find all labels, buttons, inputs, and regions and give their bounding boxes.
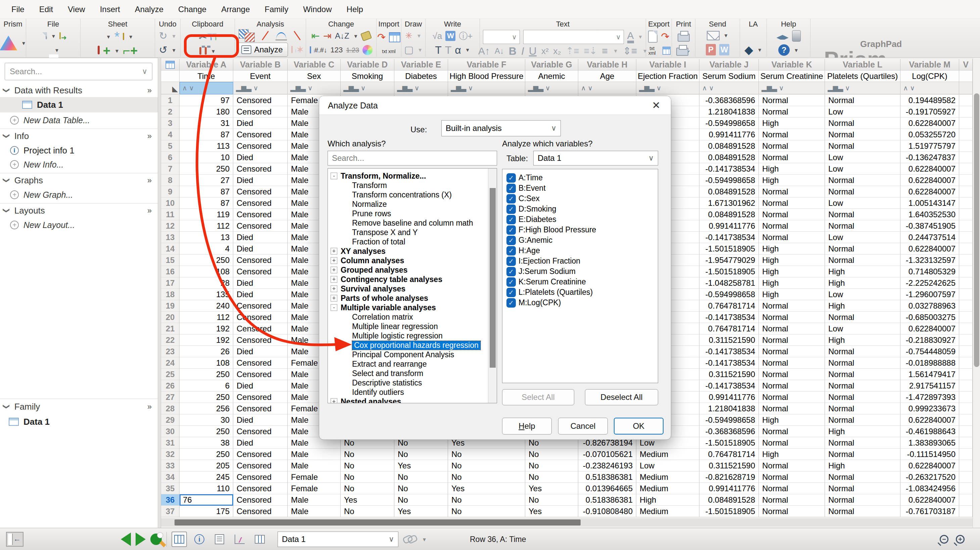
checkbox-checked-icon[interactable]: ✓	[506, 225, 516, 235]
variable-checkbox-row[interactable]: ✓D:Smoking	[506, 204, 556, 214]
number-format-icon[interactable]: 123	[331, 46, 343, 54]
column-name-event[interactable]: Event	[233, 70, 288, 82]
cell-hbp-row34[interactable]: No	[448, 472, 525, 483]
row-number-22[interactable]: 22	[161, 335, 180, 346]
cell-sodium-row29[interactable]: -0.594998658	[699, 414, 759, 426]
cell-creatinine-row1[interactable]: Normal	[759, 95, 825, 106]
cell-platelets-row21[interactable]: Low	[825, 323, 900, 335]
column-type-logcpk[interactable]: ∧ ∨	[900, 82, 959, 94]
column-name-hbp[interactable]: High Blood Pressure	[448, 70, 525, 82]
cell-creatinine-row14[interactable]: High	[759, 243, 825, 255]
cell-creatinine-row33[interactable]: Normal	[759, 460, 825, 472]
survival-analysis-icon[interactable]	[292, 31, 302, 40]
cell-creatinine-row21[interactable]: Normal	[759, 323, 825, 335]
variable-checkbox-row[interactable]: ✓J:Serum Sodium	[506, 266, 576, 277]
cell-event-row33[interactable]: Censored	[233, 460, 288, 472]
column-letter-time[interactable]: Variable A	[180, 59, 233, 70]
cell-creatinine-row34[interactable]: Normal	[759, 472, 825, 483]
equation-icon[interactable]: √a	[433, 32, 442, 40]
cell-platelets-row11[interactable]: Normal	[825, 209, 900, 220]
checkbox-checked-icon[interactable]: ✓	[506, 288, 516, 297]
cell-event-row32[interactable]: Censored	[233, 449, 288, 460]
analysis-item-label[interactable]: Contingency table analyses	[340, 275, 442, 284]
line-spacing-icon[interactable]: ⇕≡	[623, 46, 637, 56]
prev-sheet-button[interactable]	[121, 532, 131, 546]
expand-more-icon[interactable]: »	[147, 206, 152, 215]
cell-time-row30[interactable]: 250	[180, 426, 233, 437]
analysis-item[interactable]: Multiple linear regression	[328, 322, 497, 331]
text-box-icon[interactable]: T	[445, 45, 452, 56]
analysis-item-label[interactable]: Multiple logistic regression	[352, 332, 443, 341]
analysis-item[interactable]: Normalize	[328, 199, 497, 209]
checkbox-checked-icon[interactable]: ✓	[506, 257, 516, 266]
ttest-icon[interactable]	[239, 29, 255, 42]
cell-platelets-row37[interactable]: Normal	[825, 506, 900, 517]
cell-anemic-row34[interactable]: No	[525, 472, 578, 483]
cell-event-row12[interactable]: Censored	[233, 220, 288, 232]
cell-sodium-row21[interactable]: 0.764781714	[699, 323, 759, 335]
cell-time-row2[interactable]: 180	[180, 106, 233, 118]
print-button[interactable]	[678, 33, 690, 41]
cell-sex-row37[interactable]: Male	[288, 506, 340, 517]
cell-time-row20[interactable]: 112	[180, 312, 233, 323]
undo-button[interactable]: ↺	[159, 45, 167, 55]
cell-event-row35[interactable]: Censored	[233, 483, 288, 494]
tree-expand-icon[interactable]: +	[331, 266, 337, 273]
data-tables-tab[interactable]	[172, 531, 187, 547]
cell-sodium-row12[interactable]: 0.991411776	[699, 220, 759, 232]
cell-time-row22[interactable]: 192	[180, 335, 233, 346]
cell-platelets-row26[interactable]: Normal	[825, 380, 900, 392]
cell-time-row8[interactable]: 27	[180, 175, 233, 186]
column-letter-smoking[interactable]: Variable D	[340, 59, 395, 70]
subscript-icon[interactable]: x₂	[554, 47, 561, 56]
analysis-item-label[interactable]: Column analyses	[340, 256, 404, 265]
cell-platelets-row27[interactable]: Normal	[825, 392, 900, 403]
cell-platelets-row2[interactable]: Low	[825, 106, 900, 118]
cell-logcpk-row9[interactable]: 0.622840007	[900, 186, 959, 198]
cell-platelets-row28[interactable]: Normal	[825, 403, 900, 414]
color-wheel-icon[interactable]	[363, 45, 372, 55]
paste-special-button[interactable]	[215, 34, 216, 40]
cell-sex-row35[interactable]: Female	[288, 483, 340, 494]
column-type-smoking[interactable]: ▂▆▃ ∨	[340, 82, 395, 94]
cell-event-row24[interactable]: Censored	[233, 357, 288, 369]
cell-platelets-row25[interactable]: Normal	[825, 369, 900, 380]
cell-creatinine-row10[interactable]: Normal	[759, 198, 825, 209]
checkbox-checked-icon[interactable]: ✓	[506, 246, 516, 255]
sidebar-item-data-1[interactable]: Data 1	[0, 97, 158, 113]
zoom-out-button[interactable]: −	[940, 535, 948, 544]
cell-creatinine-row22[interactable]: Normal	[759, 335, 825, 346]
column-type-sex[interactable]: ▂▆▃ ∨	[288, 82, 340, 94]
cell-creatinine-row37[interactable]: Normal	[759, 506, 825, 517]
row-number-13[interactable]: 13	[161, 232, 180, 243]
cell-creatinine-row20[interactable]: Normal	[759, 312, 825, 323]
cell-creatinine-row16[interactable]: High	[759, 266, 825, 277]
cell-creatinine-row13[interactable]: Normal	[759, 232, 825, 243]
cell-time-row7[interactable]: 250	[180, 163, 233, 175]
column-type-vext[interactable]	[959, 82, 973, 94]
sidebar-family-item-data-1[interactable]: Data 1	[0, 414, 158, 429]
analysis-item[interactable]: Transform	[328, 181, 497, 190]
deselect-all-button[interactable]: Deselect All	[585, 389, 658, 405]
cell-diabetes-row34[interactable]: No	[395, 472, 448, 483]
column-letter-hbp[interactable]: Variable F	[448, 59, 525, 70]
vertical-scrollbar-thumb[interactable]	[974, 93, 979, 367]
row-number-19[interactable]: 19	[161, 300, 180, 312]
column-type-event[interactable]: ▂▆▃ ∨	[233, 82, 288, 94]
cell-platelets-row7[interactable]: Low	[825, 163, 900, 175]
analysis-item-label[interactable]: Transform	[352, 181, 387, 190]
cell-sodium-row4[interactable]: 0.991411776	[699, 129, 759, 140]
export-button[interactable]: ↷	[648, 30, 669, 43]
sidebar-search-input[interactable]: Search... ∨	[5, 63, 153, 80]
cell-logcpk-row13[interactable]: 0.244737514	[900, 232, 959, 243]
column-name-sodium[interactable]: Serum Sodium	[699, 70, 759, 82]
cell-event-row4[interactable]: Censored	[233, 129, 288, 140]
cancel-button[interactable]: Cancel	[558, 418, 608, 435]
cell-sodium-row36[interactable]: 0.084891528	[699, 494, 759, 506]
cell-time-row23[interactable]: 26	[180, 346, 233, 357]
cell-event-row26[interactable]: Died	[233, 380, 288, 392]
row-number-30[interactable]: 30	[161, 426, 180, 437]
cell-sodium-row13[interactable]: -0.141738534	[699, 232, 759, 243]
cell-sodium-row6[interactable]: 0.084891528	[699, 152, 759, 163]
variable-checkbox-row[interactable]: ✓I:Ejection Fraction	[506, 256, 580, 266]
